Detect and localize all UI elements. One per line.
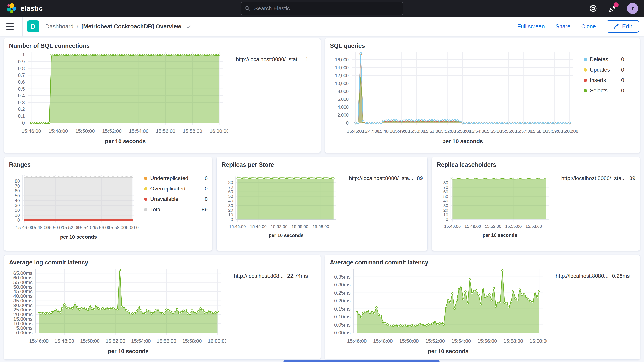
chart-svg[interactable]: 0.00ms5.00ms10.00ms15.00ms20.00ms25.00ms… (9, 267, 226, 356)
legend-value: 0 (621, 88, 624, 94)
elastic-logo-icon[interactable] (6, 3, 17, 14)
panel-title: Ranges (9, 161, 208, 168)
legend-value: 1 (305, 56, 308, 62)
svg-text:15:48:00: 15:48:00 (378, 129, 395, 134)
legend-item[interactable]: Selects0 (584, 88, 624, 94)
legend-label: Updates (590, 67, 610, 73)
chart-svg[interactable]: 02,0004,0006,0008,00010,00012,00014,0001… (330, 50, 578, 146)
legend-value: 0 (621, 67, 624, 73)
legend-item[interactable]: http://localhost:8080...0.26ms (553, 273, 630, 279)
dashboard-grid: Number of SQL connections00.10.20.30.40.… (0, 36, 644, 360)
legend-item[interactable]: http://localhost:8080/_sta...89 (346, 175, 423, 182)
help-icon[interactable] (588, 4, 598, 13)
legend-item[interactable]: Inserts0 (584, 77, 624, 83)
check-icon[interactable] (186, 24, 192, 29)
page-title[interactable]: [Metricbeat CockroachDB] Overview (81, 23, 182, 30)
chart-svg[interactable]: 0102030405060708015:46:0015:49:0015:52:0… (436, 170, 553, 244)
svg-text:15:50:00: 15:50:00 (46, 225, 64, 230)
legend-value: 89 (202, 206, 208, 212)
legend-item[interactable]: Unavailable0 (144, 196, 208, 202)
top-navbar: elastic r (0, 0, 644, 17)
svg-text:15:52:00: 15:52:00 (62, 225, 80, 230)
svg-text:30: 30 (228, 203, 233, 208)
svg-text:per 10 seconds: per 10 seconds (268, 233, 304, 238)
panel-replicas-per-store[interactable]: Replicas per Store0102030405060708015:46… (216, 157, 428, 251)
logo-text: elastic (20, 4, 43, 12)
svg-text:15:50:00: 15:50:00 (75, 128, 95, 134)
svg-text:0.8: 0.8 (18, 66, 25, 71)
search-icon (245, 6, 251, 11)
svg-text:15:57:00: 15:57:00 (515, 129, 532, 134)
full-screen-link[interactable]: Full screen (517, 23, 545, 30)
legend-item[interactable]: http://localhost:808...22.74ms (231, 273, 308, 279)
panel-average-command-commit-latency[interactable]: Average command commit latency0.00ms0.05… (325, 255, 640, 360)
chart-svg[interactable]: 0.00ms0.05ms0.10ms0.15ms0.20ms0.25ms0.30… (330, 267, 548, 356)
chart-svg[interactable]: 0102030405060708015:46:0015:48:0015:50:0… (9, 170, 139, 244)
scrollbar-thumb-horizontal[interactable] (284, 360, 440, 362)
chart-svg[interactable]: 00.10.20.30.40.50.60.70.80.9115:46:0015:… (9, 50, 228, 146)
svg-text:15:46:00: 15:46:00 (347, 338, 366, 344)
svg-text:15:55:00: 15:55:00 (292, 224, 308, 229)
svg-text:0.00ms: 0.00ms (334, 330, 350, 336)
svg-text:15:52:00: 15:52:00 (425, 338, 445, 344)
notification-dot (614, 2, 618, 7)
panel-replica-leaseholders[interactable]: Replica leaseholders0102030405060708015:… (432, 157, 640, 251)
legend-item[interactable]: http://localhost:8080/_stat...1 (233, 56, 308, 62)
legend-value: 22.74ms (287, 273, 308, 279)
svg-text:15:52:00: 15:52:00 (106, 338, 125, 344)
panel-number-of-sql-connections[interactable]: Number of SQL connections00.10.20.30.40.… (4, 38, 321, 153)
svg-text:15:50:00: 15:50:00 (399, 338, 419, 344)
share-link[interactable]: Share (556, 23, 570, 30)
space-badge[interactable]: D (27, 20, 39, 32)
legend-label: Deletes (590, 56, 608, 62)
svg-text:15:50:00: 15:50:00 (80, 338, 100, 344)
svg-text:20: 20 (444, 208, 448, 212)
panel-sql-queries[interactable]: SQL queries02,0004,0006,0008,00010,00012… (325, 38, 640, 153)
svg-text:15:58:00: 15:58:00 (504, 338, 523, 344)
panel-title: Number of SQL connections (9, 42, 316, 49)
legend-item[interactable]: Total89 (144, 206, 208, 212)
svg-text:15:58:00: 15:58:00 (530, 129, 548, 134)
clone-link[interactable]: Clone (581, 23, 596, 30)
svg-text:15:56:00: 15:56:00 (156, 128, 175, 134)
legend-item[interactable]: Underreplicated0 (144, 175, 208, 182)
legend-item[interactable]: Updates0 (584, 67, 624, 73)
svg-text:per 10 seconds: per 10 seconds (482, 232, 517, 238)
svg-text:2,000: 2,000 (338, 112, 348, 118)
legend-dot (144, 177, 147, 180)
legend-value: 89 (417, 175, 423, 182)
edit-button[interactable]: Edit (606, 20, 639, 32)
menu-icon[interactable] (5, 21, 19, 32)
legend-item[interactable]: http://localhost:8080/_sta...89 (558, 175, 635, 182)
svg-text:16:00:00: 16:00:00 (561, 129, 578, 134)
breadcrumb-dashboard[interactable]: Dashboard (45, 23, 74, 30)
svg-text:15:54:00: 15:54:00 (77, 225, 95, 230)
user-avatar[interactable]: r (627, 3, 638, 14)
global-search[interactable] (241, 2, 403, 15)
search-input[interactable] (254, 5, 399, 12)
svg-text:15:55:00: 15:55:00 (484, 129, 502, 134)
svg-text:80: 80 (15, 179, 20, 184)
legend: http://localhost:8080...0.26ms (553, 273, 630, 279)
legend-label: http://localhost:8080/_sta... (349, 175, 414, 181)
svg-text:15:58:00: 15:58:00 (182, 338, 202, 344)
legend-value: 89 (629, 175, 635, 182)
legend-label: Unavailable (150, 196, 178, 202)
svg-text:20: 20 (15, 208, 20, 213)
legend-dot (144, 208, 147, 211)
svg-text:0.9: 0.9 (18, 59, 25, 64)
legend-value: 0 (204, 175, 208, 182)
svg-text:per 10 seconds: per 10 seconds (105, 138, 146, 144)
newsfeed-icon[interactable] (608, 4, 617, 13)
svg-text:14,000: 14,000 (335, 65, 348, 70)
svg-text:60: 60 (444, 190, 448, 194)
legend-item[interactable]: Deletes0 (584, 56, 624, 62)
chart-svg[interactable]: 0102030405060708015:46:0015:49:0015:52:0… (221, 170, 340, 244)
svg-text:15:50:00: 15:50:00 (408, 129, 425, 134)
svg-text:30: 30 (15, 203, 20, 208)
svg-text:16:00:00: 16:00:00 (124, 225, 139, 230)
legend-item[interactable]: Overreplicated0 (144, 186, 208, 192)
panel-ranges[interactable]: Ranges0102030405060708015:46:0015:48:001… (4, 157, 212, 251)
svg-text:15:53:00: 15:53:00 (454, 129, 471, 134)
panel-average-log-commit-latency[interactable]: Average log commit latency0.00ms5.00ms10… (4, 255, 321, 360)
